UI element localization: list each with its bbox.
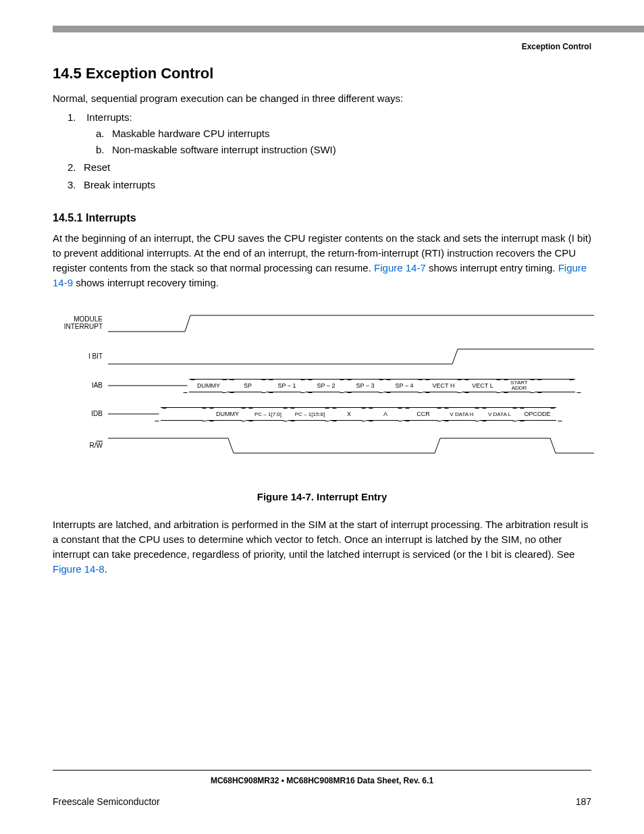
subsection-heading: 14.5.1 Interrupts <box>53 212 591 224</box>
row-label-rw: R/W <box>53 442 103 450</box>
bus-cell: PC – 1[15:8] <box>289 407 331 421</box>
text-run: shows interrupt entry timing. <box>426 262 558 273</box>
bus-cell: VECT L <box>463 379 502 392</box>
bus-idb: DUMMY PC – 1[7:0] PC – 1[15:8] X A CCR V… <box>108 407 591 421</box>
sublist-item-text: Maskable hardware CPU interrupts <box>112 128 269 139</box>
row-label-module: MODULE INTERRUPT <box>53 316 103 330</box>
sublist: Maskable hardware CPU interrupts Non-mas… <box>96 126 591 158</box>
bus-cell: SP – 1 <box>267 379 306 392</box>
intro-text: Normal, sequential program execution can… <box>53 92 591 105</box>
bus-cell: PC – 1[7:0] <box>247 407 289 421</box>
paragraph-1: At the beginning of an interrupt, the CP… <box>53 231 591 290</box>
list-item: Break interrupts <box>68 177 591 193</box>
bus-cell: VECT H <box>424 379 463 392</box>
footer-page-number: 187 <box>576 796 591 807</box>
top-accent-bar <box>53 26 644 32</box>
bus-cell-empty <box>536 379 575 392</box>
figure-link-14-8[interactable]: Figure 14-8 <box>53 563 105 575</box>
ways-list: Interrupts: Maskable hardware CPU interr… <box>68 109 591 193</box>
sublist-item-text: Non-maskable software interrupt instruct… <box>112 144 336 155</box>
sublist-item: Non-maskable software interrupt instruct… <box>96 142 591 158</box>
sublist-item: Maskable hardware CPU interrupts <box>96 126 591 142</box>
text-run: . <box>105 563 107 575</box>
bus-cell: V DATA H <box>443 407 481 421</box>
bus-cell: OPCODE <box>518 407 556 421</box>
waveform-ibit <box>108 348 594 365</box>
section-heading: 14.5 Exception Control <box>53 65 591 82</box>
running-header: Exception Control <box>522 42 591 51</box>
figure-14-7: MODULE INTERRUPT I BIT IAB DUMMY SP SP –… <box>53 313 591 475</box>
row-label-iab: IAB <box>53 382 103 390</box>
row-label-idb: IDB <box>53 411 103 418</box>
list-item-text: Break interrupts <box>84 179 155 190</box>
footer-doc-text: MC68HC908MR32 • MC68HC908MR16 Data Sheet… <box>211 776 433 785</box>
waveform-module-interrupt <box>108 313 594 333</box>
footer-company: Freescale Semiconductor <box>53 796 160 807</box>
list-item: Reset <box>68 159 591 176</box>
bus-cell: SP <box>228 379 267 392</box>
paragraph-2: Interrupts are latched, and arbitration … <box>53 517 591 576</box>
bus-cell: DUMMY <box>189 379 228 392</box>
list-item-text: Interrupts: <box>86 111 132 123</box>
bus-cell: SP – 4 <box>385 379 424 392</box>
waveform-rw <box>108 437 594 454</box>
list-item: Interrupts: Maskable hardware CPU interr… <box>68 109 591 158</box>
bus-cell: V DATA L <box>481 407 518 421</box>
figure-caption: Figure 14-7. Interrupt Entry <box>53 491 591 502</box>
bus-cell: DUMMY <box>208 407 247 421</box>
figure-link-14-7[interactable]: Figure 14-7 <box>374 262 426 273</box>
row-label-ibit: I BIT <box>53 353 103 361</box>
bus-cell: CCR <box>404 407 443 421</box>
footer-doc-title: MC68HC908MR32 • MC68HC908MR16 Data Sheet… <box>0 770 644 785</box>
list-item-text: Reset <box>84 161 110 173</box>
page-content: 14.5 Exception Control Normal, sequentia… <box>53 65 591 585</box>
text-run: shows interrupt recovery timing. <box>73 277 219 288</box>
bus-cell-empty <box>161 407 208 421</box>
bus-cell: SP – 3 <box>346 379 385 392</box>
bus-iab: DUMMY SP SP – 1 SP – 2 SP – 3 SP – 4 VEC… <box>108 379 591 392</box>
text-run: Interrupts are latched, and arbitration … <box>53 519 588 560</box>
bus-cell: SP – 2 <box>306 379 346 392</box>
